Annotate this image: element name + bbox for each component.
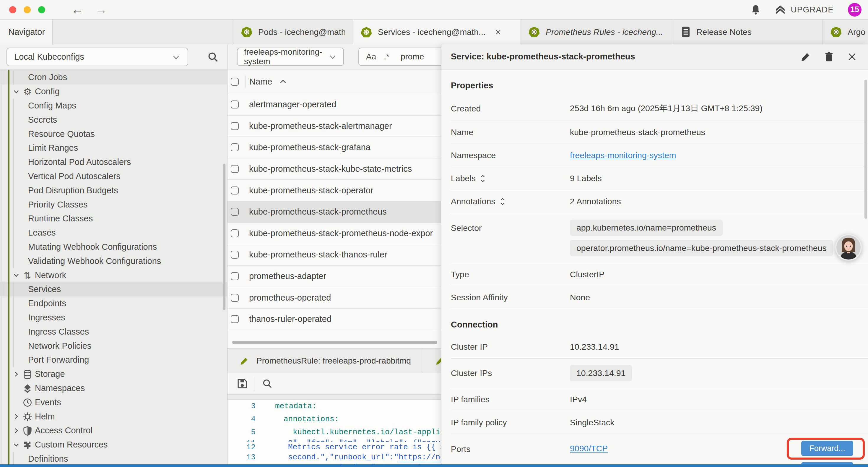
sidebar-item-network[interactable]: ⇅Network: [0, 268, 227, 282]
sidebar-item-validating-webhook-configurations[interactable]: Validating Webhook Configurations: [0, 254, 227, 268]
sidebar-item-config-maps[interactable]: Config Maps: [0, 99, 227, 113]
service-row-kube-prometheus-stack-prometheus[interactable]: kube-prometheus-stack-prometheus: [227, 201, 441, 223]
sidebar-search-icon[interactable]: [208, 52, 219, 63]
code-line-11: 110", "for": "1m", "labels": {"service":…: [227, 439, 441, 442]
sort-toggle-icon[interactable]: [500, 198, 505, 206]
edit-pencil-icon[interactable]: [801, 52, 811, 62]
sidebar-scrollbar[interactable]: [223, 164, 225, 310]
chevron-down-icon[interactable]: [12, 441, 20, 448]
row-checkbox[interactable]: [231, 251, 239, 259]
sort-toggle-icon[interactable]: [480, 174, 486, 183]
maximize-window-button[interactable]: [38, 6, 45, 13]
service-row-alertmanager-operated[interactable]: alertmanager-operated: [227, 94, 441, 116]
code-link[interactable]: https://net: [399, 453, 441, 462]
editor-search-icon[interactable]: [262, 378, 273, 389]
sidebar-item-endpoints[interactable]: Endpoints: [0, 296, 227, 311]
service-row-kube-prometheus-stack-prometheus-node-expor[interactable]: kube-prometheus-stack-prometheus-node-ex…: [227, 223, 441, 244]
sidebar-item-ingresses[interactable]: Ingresses: [0, 311, 227, 325]
sidebar-item-network-policies[interactable]: Network Policies: [0, 339, 227, 353]
forward-icon[interactable]: →: [95, 4, 107, 16]
row-checkbox[interactable]: [231, 229, 239, 237]
chevron-down-icon[interactable]: [12, 88, 20, 95]
sidebar-item-priority-classes[interactable]: Priority Classes: [0, 198, 227, 212]
row-checkbox[interactable]: [231, 122, 239, 130]
editor-tab-prometheusrule[interactable]: PrometheusRule: freeleaps-prod-rabbitmq: [227, 348, 423, 373]
sidebar-item-resource-quotas[interactable]: Resource Quotas: [0, 127, 227, 141]
port-link[interactable]: 9090/TCP: [570, 444, 608, 454]
yaml-editor[interactable]: 3metadata:4annotations:5kubectl.kubernet…: [227, 400, 441, 464]
close-icon[interactable]: [847, 52, 857, 61]
namespace-select[interactable]: freeleaps-monitoring-system: [237, 48, 344, 66]
service-row-kube-prometheus-stack-operator[interactable]: kube-prometheus-stack-operator: [227, 180, 441, 201]
sidebar-item-horizontal-pod-autoscalers[interactable]: Horizontal Pod Autoscalers: [0, 155, 227, 169]
notifications-bell-icon[interactable]: [751, 4, 761, 16]
back-icon[interactable]: ←: [71, 4, 84, 16]
service-row-kube-prometheus-stack-alertmanager[interactable]: kube-prometheus-stack-alertmanager: [227, 116, 441, 137]
service-row-kube-prometheus-stack-kube-state-metrics[interactable]: kube-prometheus-stack-kube-state-metrics: [227, 158, 441, 180]
sidebar-item-custom-resources[interactable]: Custom Resources: [0, 438, 227, 452]
panel-scrollbar[interactable]: [864, 80, 867, 219]
notification-count-badge[interactable]: 15: [848, 3, 862, 17]
service-row-prometheus-operated[interactable]: prometheus-operated: [227, 287, 441, 309]
row-checkbox[interactable]: [231, 100, 239, 109]
sidebar-item-limit-ranges[interactable]: Limit Ranges: [0, 141, 227, 155]
filter-input[interactable]: Aa .* prome: [359, 48, 441, 66]
sort-ascending-icon[interactable]: [279, 79, 287, 84]
sidebar-item-namespaces[interactable]: Namespaces: [0, 381, 227, 396]
chevron-right-icon[interactable]: [12, 413, 20, 420]
chevron-down-icon[interactable]: [12, 272, 20, 279]
sidebar-item-secrets[interactable]: Secrets: [0, 113, 227, 127]
sidebar-item-cron-jobs[interactable]: Cron Jobs: [0, 70, 227, 85]
row-checkbox[interactable]: [231, 186, 239, 195]
sidebar-item-leases[interactable]: Leases: [0, 226, 227, 240]
navigator-panel-tab[interactable]: Navigator: [0, 20, 53, 45]
close-window-button[interactable]: [9, 6, 16, 13]
row-checkbox[interactable]: [231, 165, 239, 173]
webcam-avatar[interactable]: [835, 234, 862, 261]
sidebar-item-runtime-classes[interactable]: Runtime Classes: [0, 212, 227, 226]
tab-pods-icecheng-mathmas[interactable]: Pods - icecheng@mathmas...: [234, 20, 353, 44]
sidebar-item-access-control[interactable]: Access Control: [0, 424, 227, 438]
tab-close-icon[interactable]: [495, 29, 502, 36]
tab-services-icecheng-math[interactable]: Services - icecheng@math...: [353, 20, 521, 45]
sidebar-item-helm[interactable]: Helm: [0, 409, 227, 424]
editor-tab-next[interactable]: [423, 348, 441, 373]
kubeconfig-select[interactable]: Local Kubeconfigs: [6, 48, 188, 66]
row-checkbox[interactable]: [231, 208, 239, 216]
tab-argo-se[interactable]: Argo Se: [823, 20, 868, 44]
row-checkbox[interactable]: [231, 294, 239, 302]
service-row-kube-prometheus-stack-grafana[interactable]: kube-prometheus-stack-grafana: [227, 137, 441, 158]
service-row-prometheus-adapter[interactable]: prometheus-adapter: [227, 266, 441, 287]
save-icon[interactable]: [236, 378, 248, 389]
sidebar-item-mutating-webhook-configurations[interactable]: Mutating Webhook Configurations: [0, 240, 227, 254]
row-checkbox[interactable]: [231, 272, 239, 280]
select-all-checkbox[interactable]: [231, 78, 239, 86]
sidebar-item-definitions[interactable]: Definitions: [0, 452, 227, 464]
minimize-window-button[interactable]: [24, 6, 31, 13]
sidebar-item-vertical-pod-autoscalers[interactable]: Vertical Pod Autoscalers: [0, 169, 227, 183]
sidebar-item-config[interactable]: ⚙Config: [0, 85, 227, 99]
forward-button[interactable]: Forward...: [801, 462, 853, 464]
namespace-link[interactable]: freeleaps-monitoring-system: [570, 150, 676, 160]
delete-trash-icon[interactable]: [824, 52, 834, 62]
sidebar-item-ingress-classes[interactable]: Ingress Classes: [0, 324, 227, 339]
sidebar-item-port-forwarding[interactable]: Port Forwarding: [0, 353, 227, 367]
horizontal-scrollbar[interactable]: [232, 341, 437, 344]
forward-button[interactable]: Forward...: [801, 441, 853, 456]
chevron-right-icon[interactable]: [12, 371, 20, 378]
tab-release-notes[interactable]: Release Notes: [673, 20, 823, 44]
upgrade-button[interactable]: UPGRADE: [775, 5, 834, 15]
service-row-kube-prometheus-stack-thanos-ruler[interactable]: kube-prometheus-stack-thanos-ruler: [227, 244, 441, 266]
sidebar-item-pod-disruption-budgets[interactable]: Pod Disruption Budgets: [0, 183, 227, 198]
sidebar-item-services[interactable]: Services: [0, 282, 227, 296]
chevron-right-icon[interactable]: [12, 427, 20, 434]
sidebar-item-events[interactable]: Events: [0, 395, 227, 409]
name-column-header[interactable]: Name: [249, 77, 272, 87]
service-row-thanos-ruler-operated[interactable]: thanos-ruler-operated: [227, 309, 441, 330]
regex-toggle[interactable]: .*: [384, 52, 390, 61]
tab-prometheus-rules-icecheng[interactable]: Prometheus Rules - icecheng...: [521, 20, 673, 44]
row-checkbox[interactable]: [231, 315, 239, 323]
row-checkbox[interactable]: [231, 143, 239, 151]
match-case-toggle[interactable]: Aa: [366, 52, 376, 61]
sidebar-item-storage[interactable]: Storage: [0, 367, 227, 381]
